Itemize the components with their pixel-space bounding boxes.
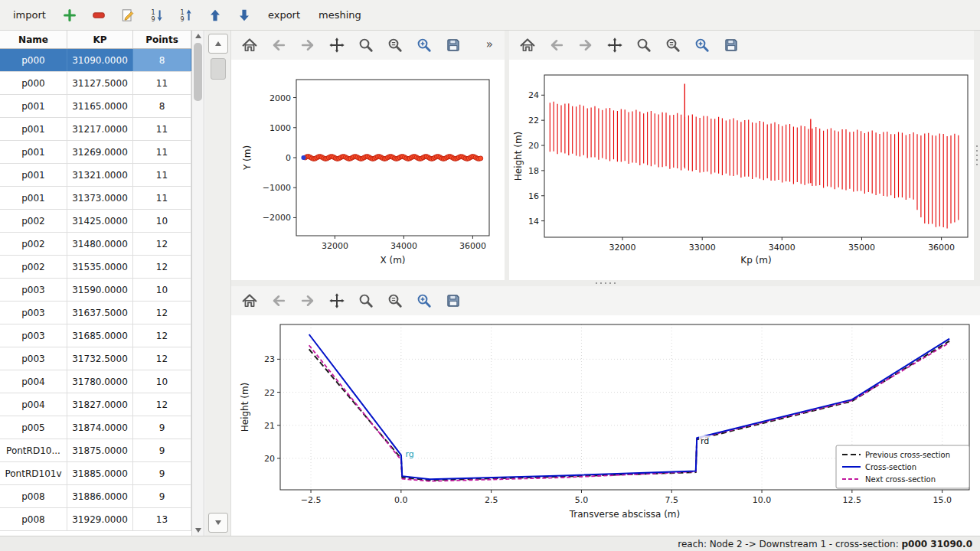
table-row[interactable]: PontRD10...31875.00009 [0,439,191,462]
table-cell: 11 [133,118,191,140]
column-header-name[interactable]: Name [0,31,67,48]
subplots-button[interactable] [662,34,684,56]
table-row[interactable]: p00231480.000012 [0,233,191,256]
table-row[interactable]: p00331732.500012 [0,347,191,370]
export-button-label: export [268,9,300,21]
svg-text:33000: 33000 [689,243,716,253]
table-cell: p002 [0,210,67,232]
panel-scrollbar[interactable] [205,31,231,536]
table-cell: 31590.0000 [67,279,133,301]
right-splitter[interactable] [974,31,980,280]
table-row[interactable]: p00331637.500012 [0,302,191,324]
app-toolbar: import 19 19 export meshing [0,0,980,31]
save-button[interactable] [443,290,464,311]
svg-text:9: 9 [151,15,155,22]
table-row[interactable]: p00431827.000012 [0,393,191,416]
home-button[interactable] [517,34,538,56]
table-cell: 8 [133,95,191,117]
export-button[interactable]: export [261,4,307,27]
status-text: reach: Node 2 -> Downstream 1 - cross-se… [678,539,901,549]
remove-cross-section-button[interactable] [87,4,111,27]
column-header-kp[interactable]: KP [67,31,133,48]
customize-icon [416,37,433,54]
toolbar-overflow-chevron[interactable]: » [486,37,497,54]
profile-view-canvas[interactable]: 3200033000340003500036000141618202224Kp … [509,60,974,280]
customize-button[interactable] [413,34,435,56]
table-row[interactable]: p00831886.00009 [0,485,191,508]
meshing-button[interactable]: meshing [312,4,368,27]
back-button[interactable] [268,290,289,311]
table-cell: 31269.0000 [67,141,133,163]
edit-button[interactable] [116,4,140,27]
table-cell: 11 [133,187,191,209]
svg-text:32000: 32000 [322,241,348,251]
move-up-button[interactable] [203,4,227,27]
svg-text:23: 23 [264,354,275,364]
table-row[interactable]: p00131269.000011 [0,141,191,164]
forward-button[interactable] [297,290,318,311]
back-button[interactable] [268,34,289,56]
panel-scroll-up-button[interactable] [208,34,228,54]
home-icon [519,37,536,54]
table-row[interactable]: p00431780.000010 [0,370,191,393]
panel-scroll-down-button[interactable] [208,513,228,533]
table-row[interactable]: p00331590.000010 [0,279,191,302]
zoom-button[interactable] [355,34,377,56]
add-cross-section-button[interactable] [57,4,82,27]
table-row[interactable]: p00131373.000011 [0,187,191,210]
table-row[interactable]: PontRD101v31885.00009 [0,462,191,485]
subplots-button[interactable] [384,34,406,56]
table-row[interactable]: p00131217.000011 [0,118,191,141]
table-row[interactable]: p00331685.000012 [0,324,191,347]
pan-button[interactable] [604,34,626,56]
column-header-points[interactable]: Points [133,31,191,48]
subplots-icon [387,292,403,309]
svg-text:35000: 35000 [848,243,875,253]
forward-button[interactable] [297,34,318,56]
table-scrollbar-thumb[interactable] [194,43,202,101]
table-row[interactable]: p00131321.000011 [0,164,191,187]
panel-scrollbar-thumb[interactable] [211,58,226,80]
svg-text:Kp (m): Kp (m) [740,255,771,266]
zoom-button[interactable] [355,290,377,311]
table-row[interactable]: p00831929.000013 [0,508,191,531]
forward-button[interactable] [575,34,596,56]
table-row[interactable]: p00531874.00009 [0,416,191,439]
svg-text:34000: 34000 [390,241,417,251]
save-button[interactable] [443,34,464,56]
svg-text:16: 16 [528,191,539,201]
back-button[interactable] [546,34,567,56]
table-cell: 31165.0000 [67,95,133,117]
pan-button[interactable] [326,34,348,56]
customize-button[interactable] [413,290,435,311]
table-scroll-down-button[interactable] [192,525,204,536]
sort-ascending-button[interactable]: 19 [174,4,198,27]
table-cell: 31127.5000 [67,72,133,94]
table-row[interactable]: p00031127.500011 [0,72,191,95]
home-button[interactable] [239,34,260,56]
customize-button[interactable] [691,34,713,56]
horizontal-splitter[interactable] [231,280,980,286]
table-row[interactable]: p00231535.000012 [0,256,191,279]
table-cell: 9 [133,439,191,461]
table-scroll-up-button[interactable] [192,31,204,41]
table-row[interactable]: p00131165.00008 [0,95,191,118]
save-button[interactable] [720,34,742,56]
cross-section-canvas[interactable]: rgrd−2.50.02.55.07.510.012.515.020212223… [231,315,980,536]
move-down-button[interactable] [232,4,256,27]
back-icon [548,37,565,54]
table-cell: p001 [0,95,67,117]
table-scrollbar[interactable] [192,31,204,536]
sort-descending-button[interactable]: 19 [145,4,169,27]
table-row[interactable]: p00031090.00008 [0,49,191,72]
plan-view-canvas[interactable]: 320003400036000−2000−1000010002000X (m)Y… [231,60,505,280]
subplots-button[interactable] [384,290,406,311]
svg-text:1: 1 [151,8,155,15]
zoom-button[interactable] [633,34,655,56]
splitter-handle-icon [975,145,978,166]
import-button[interactable]: import [6,4,53,27]
move-down-icon [237,8,252,23]
pan-button[interactable] [326,290,348,311]
home-button[interactable] [239,290,260,311]
table-row[interactable]: p00231425.000010 [0,210,191,233]
